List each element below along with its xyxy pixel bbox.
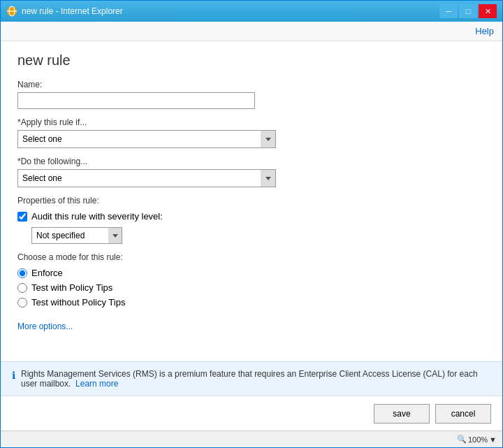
test-with-tips-label: Test with Policy Tips [31, 282, 112, 293]
cancel-button[interactable]: cancel [435, 404, 491, 424]
properties-heading: Properties of this rule: [17, 196, 486, 205]
info-bar: ℹ Rights Management Services (RMS) is a … [1, 361, 502, 396]
ie-icon [6, 6, 17, 17]
apply-rule-label: *Apply this rule if... [17, 117, 486, 127]
save-button[interactable]: save [374, 404, 430, 424]
mode-section: Choose a mode for this rule: Enforce Tes… [17, 252, 486, 308]
title-bar-left: new rule - Internet Explorer [6, 6, 123, 17]
do-following-label: *Do the following... [17, 157, 486, 166]
window-controls: ─ □ ✕ [439, 4, 497, 18]
test-without-tips-radio-row: Test without Policy Tips [17, 297, 486, 308]
do-following-select[interactable]: Select one [17, 169, 276, 187]
enforce-radio[interactable] [17, 268, 27, 278]
do-following-select-wrapper: Select one [17, 169, 276, 187]
info-text: Rights Management Services (RMS) is a pr… [21, 369, 491, 389]
test-without-tips-label: Test without Policy Tips [31, 297, 125, 308]
name-label: Name: [17, 80, 486, 89]
main-content: new rule Name: *Apply this rule if... Se… [1, 41, 502, 361]
name-input[interactable] [17, 92, 255, 109]
audit-checkbox-row: Audit this rule with severity level: [17, 211, 486, 222]
zoom-level: 100% [468, 435, 488, 444]
page-title: new rule [17, 52, 486, 68]
status-bar: 🔍 100% ▼ [1, 431, 502, 447]
info-icon: ℹ [12, 370, 15, 381]
zoom-indicator: 🔍 100% ▼ [457, 435, 497, 444]
content-area: Help new rule Name: *Apply this rule if.… [1, 22, 502, 431]
learn-more-link[interactable]: Learn more [75, 379, 118, 389]
enforce-label: Enforce [31, 268, 63, 278]
do-following-section: *Do the following... Select one [17, 157, 486, 187]
name-section: Name: [17, 80, 486, 109]
zoom-arrow[interactable]: ▼ [489, 435, 497, 444]
minimize-button[interactable]: ─ [439, 4, 458, 18]
help-link[interactable]: Help [475, 26, 494, 36]
apply-rule-select-wrapper: Select one [17, 130, 276, 148]
apply-rule-select[interactable]: Select one [17, 130, 276, 148]
maximize-button[interactable]: □ [459, 4, 477, 18]
window-title: new rule - Internet Explorer [22, 6, 123, 16]
test-with-tips-radio[interactable] [17, 283, 27, 293]
audit-checkbox-label: Audit this rule with severity level: [31, 211, 163, 222]
footer-bar: save cancel [1, 396, 502, 431]
test-without-tips-radio[interactable] [17, 298, 27, 308]
enforce-radio-row: Enforce [17, 268, 486, 278]
mode-heading: Choose a mode for this rule: [17, 252, 486, 262]
close-button[interactable]: ✕ [479, 4, 497, 18]
test-with-tips-radio-row: Test with Policy Tips [17, 282, 486, 293]
title-bar: new rule - Internet Explorer ─ □ ✕ [1, 1, 502, 22]
severity-select[interactable]: Not specified Low Medium High [31, 227, 122, 244]
nav-bar: Help [1, 22, 502, 41]
zoom-icon: 🔍 [457, 435, 467, 444]
properties-section: Properties of this rule: Audit this rule… [17, 196, 486, 244]
apply-rule-section: *Apply this rule if... Select one [17, 117, 486, 148]
more-options-link[interactable]: More options... [17, 321, 73, 331]
severity-select-wrapper: Not specified Low Medium High [31, 227, 122, 244]
audit-checkbox[interactable] [17, 212, 27, 222]
